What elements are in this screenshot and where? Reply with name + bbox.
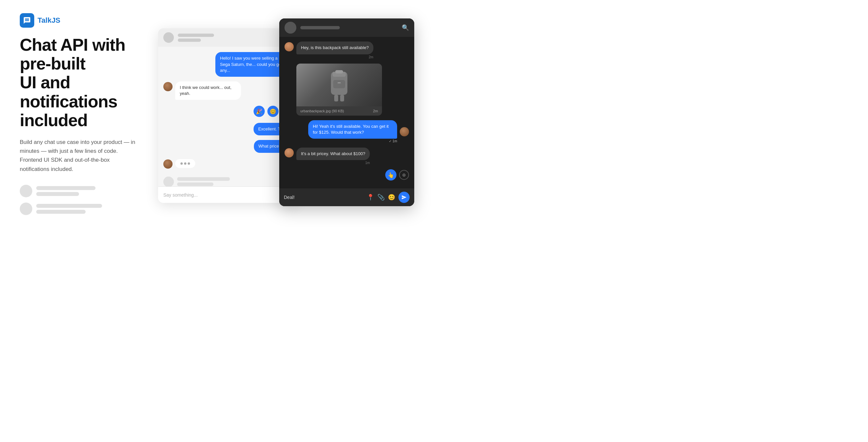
skeleton-line — [36, 186, 95, 190]
attachment-time: 2m — [373, 109, 378, 113]
dark-footer-icons: 📍 📎 😊 — [367, 194, 395, 201]
typing-dot-1 — [181, 163, 183, 165]
dark-msg-time-1: 2m — [297, 55, 373, 59]
dark-checkmark: ✓ 1m — [308, 139, 397, 143]
light-typing-row — [163, 159, 291, 169]
emoji-btn-flag[interactable]: 🎉 — [253, 106, 265, 117]
dark-emoji-btn-arrow[interactable]: 👆 — [385, 169, 397, 180]
logo-text: TalkJS — [37, 16, 60, 25]
dark-msg-avatar-1 — [284, 42, 294, 51]
attachment-name: urbanbackpack.jpg (90 KB) — [300, 109, 344, 113]
dark-received-bubble-2: It's a bit pricey. What about $100? — [297, 148, 370, 160]
dark-msg-avatar-2 — [284, 148, 294, 157]
dark-messages: Hey, is this backpack still available? 2… — [279, 37, 414, 188]
light-header-avatar — [163, 32, 174, 43]
ghost-rows — [163, 173, 291, 187]
dark-emoji-row: 👆 ⊕ — [284, 169, 409, 180]
dark-received-bubble-1: Hey, is this backpack still available? — [297, 41, 373, 54]
ghost-row-1 — [163, 177, 291, 187]
skeleton-line — [36, 210, 86, 214]
ghost-line — [177, 177, 230, 181]
typing-dot-2 — [184, 163, 186, 165]
svg-rect-4 — [338, 82, 341, 83]
attachment-icon[interactable]: 📎 — [377, 194, 384, 201]
emoji-picker-icon[interactable]: 😊 — [388, 194, 395, 201]
ghost-line — [177, 182, 213, 186]
emoji-btn-smile[interactable]: 😊 — [268, 106, 279, 117]
dark-received-row-1: Hey, is this backpack still available? 2… — [284, 41, 409, 59]
dark-chat-window: 🔍 Hey, is this backpack still available?… — [279, 19, 414, 206]
dark-header-avatar — [284, 22, 297, 34]
subtext: Build any chat use case into your produc… — [20, 138, 138, 174]
light-input-placeholder[interactable]: Say something... — [163, 193, 197, 198]
skeleton-row-1 — [20, 185, 145, 197]
light-messages: Hello! I saw you were selling a Sega Sat… — [158, 47, 297, 186]
light-header-line — [178, 34, 214, 37]
light-header-line — [178, 38, 201, 42]
skeleton-line — [36, 192, 79, 196]
skeleton-line — [36, 204, 102, 208]
svg-rect-2 — [335, 70, 343, 73]
skeleton-row-2 — [20, 203, 145, 215]
light-chat-header — [158, 28, 297, 47]
light-msg-avatar-1 — [163, 82, 173, 91]
dark-input-text[interactable]: Deal! — [284, 195, 364, 200]
right-section: Hello! I saw you were selling a Sega Sat… — [158, 19, 414, 209]
dark-msg-time-2: 1m — [297, 161, 370, 165]
skeleton-avatar-1 — [20, 185, 32, 197]
attachment-footer: urbanbackpack.jpg (90 KB) 2m — [297, 107, 382, 116]
headline: Chat API with pre-built UI and notificat… — [20, 36, 145, 130]
dark-chat-header: 🔍 — [279, 19, 414, 37]
dark-sent-bubble-1: Hi! Yeah it's still available. You can g… — [308, 120, 397, 139]
light-received-row-1: I think we could work... out, yeah. — [163, 81, 291, 100]
dark-attachment: urbanbackpack.jpg (90 KB) 2m — [297, 64, 382, 116]
left-section: TalkJS Chat API with pre-built UI and no… — [20, 13, 145, 215]
light-chat-footer: Say something... — [158, 186, 297, 203]
dark-chat-footer: Deal! 📍 📎 😊 — [279, 188, 414, 206]
dark-header-line — [300, 26, 340, 29]
svg-rect-5 — [334, 95, 338, 101]
skeleton-group — [20, 185, 145, 215]
light-emoji-row: 🎉 😊 ⊕ — [163, 105, 291, 118]
typing-dot-3 — [188, 163, 190, 165]
dark-received-row-2: It's a bit pricey. What about $100? 1m — [284, 148, 409, 165]
skeleton-avatar-2 — [20, 203, 32, 215]
page-wrapper: TalkJS Chat API with pre-built UI and no… — [0, 0, 434, 228]
light-received-bubble-1: I think we could work... out, yeah. — [175, 81, 241, 100]
typing-bubble — [175, 159, 195, 168]
ghost-avatar — [163, 177, 174, 187]
dark-sent-wrapper: Hi! Yeah it's still available. You can g… — [284, 120, 409, 143]
svg-rect-3 — [333, 80, 345, 88]
search-icon[interactable]: 🔍 — [402, 24, 409, 31]
send-button[interactable] — [398, 192, 410, 203]
location-icon[interactable]: 📍 — [367, 194, 374, 201]
logo-icon — [20, 13, 34, 28]
logo-row: TalkJS — [20, 13, 145, 28]
light-chat-window: Hello! I saw you were selling a Sega Sat… — [158, 28, 297, 203]
dark-emoji-btn-add[interactable]: ⊕ — [399, 170, 409, 180]
attachment-image — [297, 64, 382, 107]
light-typing-avatar — [163, 159, 173, 169]
svg-rect-6 — [340, 95, 344, 101]
dark-sent-avatar — [400, 127, 409, 136]
